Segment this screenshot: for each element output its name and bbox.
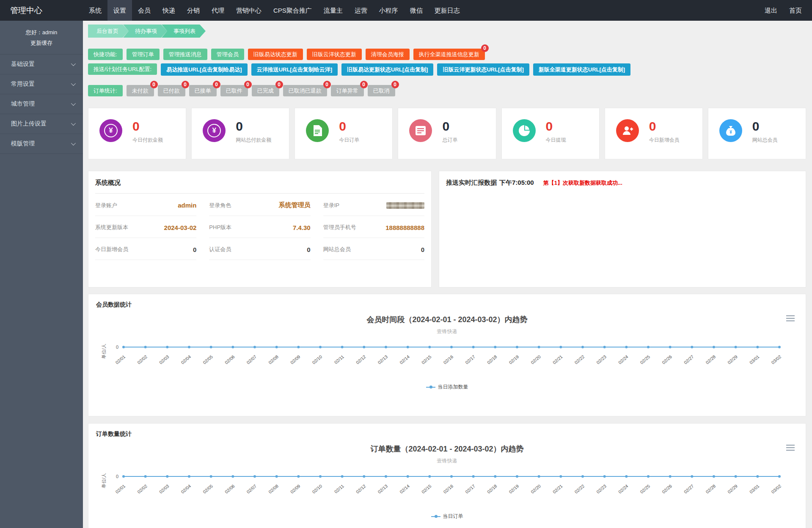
user-block: 您好：admin 更新缓存	[0, 21, 83, 55]
svg-text:02/26: 02/26	[661, 483, 673, 494]
nav-item-wechat[interactable]: 微信	[404, 0, 429, 21]
sidebar-item-common-settings[interactable]: 常用设置	[0, 74, 83, 94]
nav-item-distribution[interactable]: 分销	[181, 0, 206, 21]
manage-push-messages-button[interactable]: 管理推送消息	[163, 49, 207, 60]
nav-item-operation[interactable]: 运营	[349, 0, 373, 21]
info-value: 0	[307, 246, 310, 253]
count-badge: 0	[391, 81, 399, 88]
svg-text:02/06: 02/06	[223, 354, 235, 365]
stat-label: 今日提现	[546, 137, 566, 144]
nav-item-members[interactable]: 会员	[132, 0, 157, 21]
card-today-withdrawal: 0 今日提现	[501, 108, 600, 159]
svg-text:02/19: 02/19	[508, 483, 520, 494]
nav-item-changelog[interactable]: 更新日志	[429, 0, 466, 21]
svg-text:02/11: 02/11	[333, 354, 344, 365]
chart-legend[interactable]: 当日添加数量	[96, 383, 798, 391]
cancelled-button[interactable]: 已取消 0	[368, 85, 395, 96]
svg-text:02/24: 02/24	[617, 354, 629, 365]
accepted-button[interactable]: 已接单 0	[189, 85, 217, 96]
svg-text:03/02: 03/02	[770, 483, 782, 494]
sidebar-item-template-management[interactable]: 模版管理	[0, 134, 83, 154]
chart-toolbox-icon[interactable]	[786, 444, 795, 451]
chart-subtitle: 壹锋快递	[96, 328, 798, 335]
svg-text:02/05: 02/05	[202, 483, 214, 494]
sidebar-item-image-upload[interactable]: 图片上传设置	[0, 114, 83, 134]
yunyang-push-url-button[interactable]: 云洋推送URL[点击复制给云洋]	[251, 63, 338, 76]
run-omnichannel-push-update-button[interactable]: 执行全渠道推送信息更新 0	[413, 49, 485, 60]
breadcrumb-list[interactable]: 事项列表	[162, 25, 206, 38]
nav-item-settings[interactable]: 设置	[107, 0, 132, 21]
yida-push-url-button[interactable]: 易达推送URL[点击复制给易达]	[161, 63, 247, 76]
button-label: 未付款	[132, 88, 149, 94]
legend-label: 当日添加数量	[438, 383, 468, 391]
nav-item-system[interactable]: 系统	[83, 0, 107, 21]
svg-text:02/22: 02/22	[573, 354, 585, 365]
order-trend-chart: 单位/人002/0102/0202/0302/0402/0502/0602/07…	[100, 471, 794, 503]
chart-legend[interactable]: 当日订单	[96, 513, 798, 520]
old-yida-status-update-button[interactable]: 旧版易达状态更新	[248, 49, 303, 60]
nav-item-cps[interactable]: CPS聚合推广	[267, 0, 318, 21]
button-label: 已取消	[373, 88, 390, 94]
chart-toolbox-icon[interactable]	[786, 315, 795, 321]
info-label: 网站总会员	[323, 246, 351, 253]
count-badge: 0	[182, 81, 189, 88]
breadcrumb: 后台首页 待办事项 事项列表	[88, 25, 806, 38]
cancelled-refunded-button[interactable]: 已取消已退款 0	[283, 85, 327, 96]
sidebar-item-city-management[interactable]: 城市管理	[0, 94, 83, 114]
system-info-grid: 登录账户 admin 登录角色 系统管理员 登录IP 系统更新版本 2024-0…	[95, 194, 424, 260]
manage-members-button[interactable]: 管理会员	[211, 49, 244, 60]
document-icon	[306, 119, 329, 142]
svg-text:02/27: 02/27	[683, 483, 694, 494]
nav-right: 退出 首页	[759, 0, 812, 21]
unpaid-button[interactable]: 未付款 0	[127, 85, 154, 96]
sidebar-item-basic-settings[interactable]: 基础设置	[0, 55, 83, 74]
svg-text:02/18: 02/18	[486, 483, 498, 494]
svg-text:02/26: 02/26	[661, 354, 673, 365]
completed-button[interactable]: 已完成 0	[252, 85, 279, 96]
picked-up-button[interactable]: 已取件 0	[220, 85, 248, 96]
clean-member-posters-button[interactable]: 清理会员海报	[366, 49, 410, 60]
svg-text:02/11: 02/11	[333, 483, 344, 494]
nav-item-marketing[interactable]: 营销中心	[230, 0, 267, 21]
greeting-text: 您好：admin	[6, 27, 77, 38]
nav-item-agent[interactable]: 代理	[206, 0, 230, 21]
stat-value: 0	[236, 120, 271, 133]
card-today-payment: ¥ 0 今日付款金额	[88, 108, 186, 159]
nav-item-traffic[interactable]: 流量主	[318, 0, 349, 21]
breadcrumb-home[interactable]: 后台首页	[88, 25, 129, 38]
chart-subtitle: 壹锋快递	[96, 457, 798, 465]
info-value: 0	[193, 246, 196, 253]
sidebar-item-label: 基础设置	[11, 60, 35, 68]
legend-line-marker	[426, 387, 435, 388]
breadcrumb-todo[interactable]: 待办事项	[123, 25, 167, 38]
info-label: 今日新增会员	[95, 246, 128, 253]
info-cell-login-account: 登录账户 admin	[95, 194, 196, 216]
order-list-icon	[409, 119, 432, 142]
info-cell-login-ip: 登录IP	[323, 194, 424, 216]
logout-link[interactable]: 退出	[759, 0, 783, 21]
stat-value: 0	[339, 120, 359, 133]
svg-text:02/18: 02/18	[486, 354, 498, 365]
paid-button[interactable]: 已付款 0	[158, 85, 185, 96]
old-yunyang-status-url-button[interactable]: 旧版云洋更新状态URL[点击复制]	[437, 63, 529, 76]
info-cell-login-role: 登录角色 系统管理员	[209, 194, 310, 216]
svg-text:02/21: 02/21	[551, 354, 563, 365]
svg-text:02/02: 02/02	[136, 354, 148, 365]
svg-text:02/03: 02/03	[158, 354, 170, 365]
stat-value: 0	[649, 120, 680, 133]
svg-text:03/02: 03/02	[770, 354, 782, 365]
home-link[interactable]: 首页	[783, 0, 808, 21]
old-yunyang-status-update-button[interactable]: 旧版云洋状态更新	[307, 49, 362, 60]
abnormal-order-button[interactable]: 订单异常 0	[331, 85, 364, 96]
svg-text:02/07: 02/07	[245, 354, 257, 365]
nav-item-express[interactable]: 快递	[157, 0, 181, 21]
stat-label: 网站总付款金额	[236, 137, 271, 144]
new-omnichannel-status-url-button[interactable]: 新版全渠道更新状态URL[点击复制]	[533, 63, 630, 76]
nav-item-miniprogram[interactable]: 小程序	[373, 0, 404, 21]
old-yida-status-url-button[interactable]: 旧版易达更新状态URL[点击复制]	[341, 63, 433, 76]
refresh-cache-link[interactable]: 更新缓存	[6, 38, 77, 49]
manage-orders-button[interactable]: 管理订单	[127, 49, 160, 60]
info-value: 系统管理员	[279, 201, 311, 209]
info-label: 登录角色	[209, 202, 231, 209]
info-label: 管理员手机号	[323, 224, 356, 231]
